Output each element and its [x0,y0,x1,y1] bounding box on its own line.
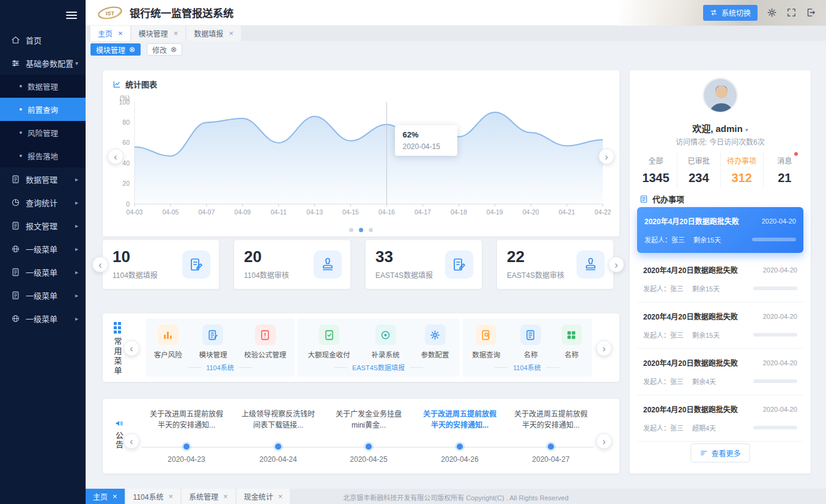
chart-next-button[interactable]: › [599,148,614,164]
announcement-item[interactable]: 关于改进周五提前放假半天的安排通知... 2020-04-23 [141,409,232,431]
todo-item-s ender: 发起人：张三 [643,423,684,433]
pagination-dot[interactable] [369,228,373,232]
tab-module-management[interactable]: 模块管理 × [131,26,186,41]
home-icon [11,35,20,45]
stat-messages[interactable]: 消息 21 [763,152,806,188]
user-avatar[interactable] [702,78,738,113]
app-root: 首页 基础参数配置 ▾ 数据管理 前置查询 风险管理 [0,0,826,504]
announcement-next-button[interactable]: › [596,433,612,449]
quick-menu-group-1104: 客户风险 模块管理 校验公式管理 1104系统 [146,318,295,377]
close-circle-icon[interactable]: ⊗ [171,46,177,53]
stat-card-east4s-filling[interactable]: 33 EAST4S数据填报 [366,240,482,289]
app-title: 银行统一监管报送系统 [130,5,234,20]
bottom-tab-system-management[interactable]: 系统管理 × [182,489,235,504]
welcome-user[interactable]: 欢迎, admin ▾ [630,122,811,134]
quick-menu-item-data-query[interactable]: 数据查询 [472,324,500,359]
close-icon[interactable]: × [112,492,117,500]
sidebar-item-level1-menu-1[interactable]: 一级菜单 ▸ [0,237,86,260]
quick-menu-item-supplement-system[interactable]: 补录系统 [372,324,400,359]
pagination-dot-active[interactable] [359,228,363,232]
announcement-item[interactable]: 上级领导视察反洗钱时间表下载链接... 2020-04-24 [232,409,324,431]
close-circle-icon[interactable]: ⊗ [129,46,135,53]
stats-prev-button[interactable]: ‹ [92,257,108,272]
stat-label: 全部 [635,155,677,166]
bottom-tab-cash-statistics[interactable]: 现金统计 × [237,489,290,504]
chart-prev-button[interactable]: ‹ [108,148,124,164]
close-icon[interactable]: × [229,29,234,37]
view-more-button[interactable]: 查看更多 [690,444,750,462]
stat-approved[interactable]: 已审批 234 [677,152,720,188]
quick-menu-item-customer-risk[interactable]: 客户风险 [154,324,182,359]
quick-menu-item-parameter-config[interactable]: 参数配置 [421,324,449,359]
announcement-item-highlighted[interactable]: 关于改进周五提前放假半天的安排通知... 2020-04-26 [414,409,506,431]
close-icon[interactable]: × [174,29,179,37]
svg-text:60: 60 [122,139,130,146]
sidebar-item-level1-menu-3[interactable]: 一级菜单 ▸ [0,283,86,307]
announcement-prev-button[interactable]: ‹ [124,433,139,449]
close-icon[interactable]: × [168,492,173,500]
stat-card-1104-filling[interactable]: 10 1104数据填报 [103,240,219,289]
sidebar-item-home[interactable]: 首页 [0,28,86,51]
chevron-right-icon: ▸ [75,315,78,322]
sidebar-item-message-management[interactable]: 报文管理 ▸ [0,214,86,237]
target-icon [375,324,396,345]
quick-menu-prev-button[interactable]: ‹ [124,340,139,356]
quick-menu-group-caption: EAST4S数据填报 [297,362,460,372]
sidebar-item-risk-management[interactable]: 风险管理 [0,121,86,144]
sidebar-item-data-management[interactable]: 数据管理 ▸ [0,167,86,191]
close-icon[interactable]: × [118,29,123,37]
todo-item-active[interactable]: 2020年4月20日数据跑批失败 2020-04-20 发起人：张三 剩余15天 [637,207,803,253]
stat-all[interactable]: 全部 1345 [635,152,677,188]
sidebar-item-pre-query[interactable]: 前置查询 [0,98,86,121]
sidebar-item-report-landing[interactable]: 报告落地 [0,144,86,167]
tab-data-filling[interactable]: 数据填报 × [186,26,241,41]
sidebar-item-level1-menu-2[interactable]: 一级菜单 ▸ [0,260,86,283]
todo-item-sender: 发起人：张三 [643,283,684,293]
tab-home[interactable]: 主页 × [90,26,130,41]
quick-menu-item-formula-management[interactable]: 校验公式管理 [244,324,286,359]
todo-item[interactable]: 2020年4月20日数据跑批失败 2020-04-20 发起人：张三 剩余15天 [637,302,803,349]
notification-badge [794,152,798,156]
fullscreen-icon[interactable] [786,7,797,18]
announcement-text: 关于广发金业务挂盘 [323,409,415,420]
announcement-item[interactable]: 关于广发金业务挂盘mini黄金... 2020-04-25 [323,409,415,431]
chevron-down-icon: ▾ [75,60,78,67]
close-icon[interactable]: × [278,492,283,500]
menu-toggle-icon[interactable] [66,10,77,21]
sidebar-item-query-statistics[interactable]: 查询统计 ▸ [0,191,86,214]
sidebar-item-level1-menu-4[interactable]: 一级菜单 ▸ [0,307,86,330]
logout-icon[interactable] [806,7,816,18]
system-switch-button[interactable]: 系统切换 [703,5,758,21]
statistics-line-chart[interactable]: (%)02040608010004-0304-0504-0704-0904-11… [110,92,611,224]
stat-label: 待办事项 [721,155,763,166]
quick-menu-item-name-1[interactable]: 名称 [520,324,541,359]
todo-item-title: 2020年4月20日数据跑批失败 [644,216,739,226]
announcement-item[interactable]: 关于改进周五提前放假半天的安排通知... 2020-04-27 [505,409,597,431]
quick-menu-next-button[interactable]: › [596,340,612,356]
quick-menu-item-large-cash[interactable]: 大额现金收付 [308,324,350,359]
stat-card-1104-review[interactable]: 20 1104数据审核 [234,240,350,289]
sidebar-item-data-management-sub[interactable]: 数据管理 [0,75,86,98]
chip-module-management[interactable]: 模块管理 ⊗ [90,43,141,56]
pagination-dot[interactable] [349,228,353,232]
todo-item-date: 2020-04-20 [762,217,796,225]
todo-item-title: 2020年4月20日数据跑批失败 [643,265,738,275]
close-icon[interactable]: × [223,492,228,500]
bottom-tab-home[interactable]: 主页 × [86,489,125,504]
chart-card-title: 统计图表 [103,70,619,91]
todo-item[interactable]: 2020年4月20日数据跑批失败 2020-04-20 发起人：张三 剩余4天 [637,349,803,395]
todo-item[interactable]: 2020年4月20日数据跑批失败 2020-04-20 发起人：张三 超期4天 [637,395,803,442]
stats-next-button[interactable]: › [608,257,624,272]
sidebar-item-label: 首页 [26,34,42,46]
settings-gear-icon[interactable] [767,7,777,18]
sidebar-item-base-config[interactable]: 基础参数配置 ▾ [0,51,86,75]
sliders-icon [11,59,20,68]
quick-menu-item-module-management[interactable]: 模块管理 [199,324,227,359]
bottom-tab-1104-system[interactable]: 1104系统 × [126,489,180,504]
quick-menu-item-name-2[interactable]: 名称 [561,324,582,359]
stat-pending[interactable]: 待办事项 312 [720,152,763,188]
stat-card-east4s-review[interactable]: 22 EAST4S数据审核 [497,240,613,289]
todo-item[interactable]: 2020年4月20日数据跑批失败 2020-04-20 发起人：张三 剩余15天 [637,256,803,302]
header-actions: 系统切换 [703,5,816,21]
chip-modify[interactable]: 修改 ⊗ [147,43,182,56]
